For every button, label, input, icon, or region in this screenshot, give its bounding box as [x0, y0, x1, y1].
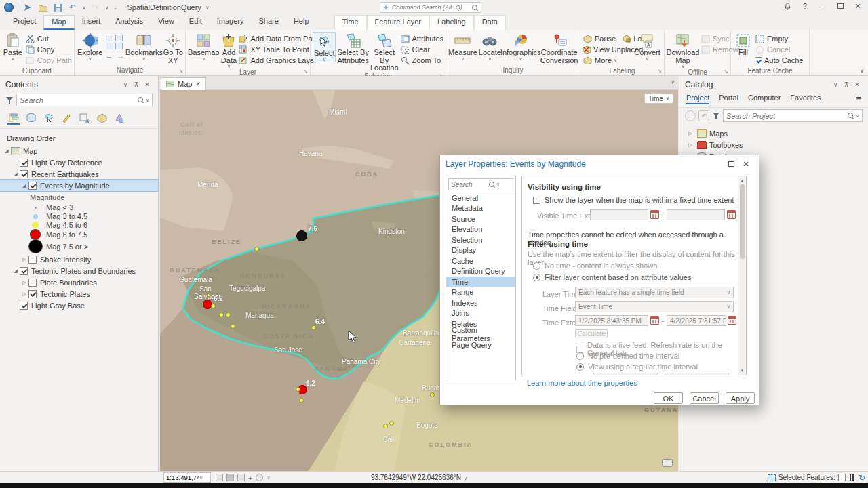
ok-button[interactable]: OK: [654, 392, 683, 404]
rotate-icon[interactable]: [256, 474, 263, 481]
no-interval-radio[interactable]: No pre-defined time interval: [576, 352, 679, 360]
dialog-nav-time[interactable]: Time: [446, 277, 515, 287]
map-time-button[interactable]: Time∨: [644, 93, 673, 104]
calculate-button[interactable]: Calculate: [575, 329, 608, 338]
close-panel-icon[interactable]: ✕: [852, 80, 863, 89]
dialog-nav-general[interactable]: General: [446, 192, 515, 203]
add-data-from-path-button[interactable]: Add Data From Path: [238, 33, 318, 44]
interval-unit-field[interactable]: [665, 373, 729, 375]
earthquake-point[interactable]: [254, 247, 259, 251]
dialog-nav-joins[interactable]: Joins: [446, 308, 515, 319]
layer-checkbox[interactable]: [28, 290, 37, 298]
dialog-nav-indexes[interactable]: Indexes: [446, 298, 515, 308]
dialog-title-bar[interactable]: Layer Properties: Events by Magnitude ✕: [440, 155, 759, 173]
ribbon-tab-help[interactable]: Help: [286, 15, 317, 30]
pause-drawing-icon[interactable]: [850, 474, 854, 481]
scroll-up-icon[interactable]: ▲: [741, 176, 745, 184]
layer-grid-icon[interactable]: [216, 474, 223, 481]
up-one-level-icon[interactable]: ↶: [698, 110, 709, 121]
navigate-dialog-launcher-icon[interactable]: ↘: [178, 68, 183, 74]
zoom-out-icon[interactable]: [115, 43, 123, 49]
layer-row-shake-intensity[interactable]: ▷Shake Intensity: [0, 253, 158, 265]
catalog-item-maps[interactable]: ▷Maps: [679, 127, 868, 139]
minimize-button[interactable]: –: [814, 0, 831, 12]
map-view-tab[interactable]: Map ✕: [161, 77, 206, 90]
layer-checkbox[interactable]: [20, 159, 28, 167]
more-labeling-button[interactable]: More∨: [583, 55, 631, 66]
dialog-nav-metadata[interactable]: Metadata: [446, 203, 515, 214]
open-project-icon[interactable]: [37, 2, 48, 13]
dialog-search-input[interactable]: [451, 181, 488, 188]
project-title[interactable]: SpatialDefinitionQuery: [127, 3, 201, 12]
select-by-location-button[interactable]: Select By Location: [370, 32, 399, 73]
layer-checkbox[interactable]: [28, 182, 37, 190]
crosshair-icon[interactable]: +: [248, 474, 252, 482]
radio-icon[interactable]: [533, 274, 540, 281]
add-graphics-layer-button[interactable]: Add Graphics Layer: [238, 55, 318, 66]
radio-icon[interactable]: [533, 262, 540, 270]
ribbon-tab-share[interactable]: Share: [252, 15, 286, 30]
measure-button[interactable]: Measure∨: [448, 32, 477, 61]
labeling-dialog-launcher-icon[interactable]: ↘: [657, 68, 662, 74]
search-options-icon[interactable]: ∨: [496, 182, 500, 187]
list-by-snapping-icon[interactable]: [77, 111, 91, 125]
attribute-table-icon[interactable]: [838, 474, 846, 481]
layer-row-plate-boundaries[interactable]: ▷Plate Boundaries: [0, 277, 158, 288]
cancel-button[interactable]: Cancel: [690, 392, 719, 404]
cancel-cache-button[interactable]: Cancel: [755, 44, 803, 55]
infographics-button[interactable]: Infographics∨: [502, 32, 539, 61]
radio-icon[interactable]: [576, 363, 584, 371]
earthquake-point[interactable]: [231, 324, 235, 329]
tree-open-arrow-icon[interactable]: ◢: [12, 171, 20, 177]
snapping-dropdown-icon[interactable]: ∨: [267, 475, 270, 481]
list-by-drawing-order-icon[interactable]: [7, 111, 20, 125]
learn-more-link[interactable]: Learn more about time properties: [527, 379, 637, 387]
tree-closed-arrow-icon[interactable]: ▷: [20, 257, 28, 262]
ribbon-tab-insert[interactable]: Insert: [75, 15, 108, 30]
catalog-tab-computer[interactable]: Computer: [748, 94, 781, 104]
zoom-to-button[interactable]: Zoom To: [400, 55, 443, 66]
view-unplaced-button[interactable]: View Unplaced: [583, 44, 631, 55]
previous-extent-icon[interactable]: ←: [105, 52, 113, 60]
earthquake-point[interactable]: [299, 398, 304, 403]
ribbon-tab-map[interactable]: Map: [43, 15, 74, 30]
ribbon-tab-imagery[interactable]: Imagery: [210, 15, 252, 30]
time-end-field[interactable]: 4/2/2025 7:31:57 PM: [667, 315, 726, 326]
command-search-input[interactable]: [392, 4, 469, 11]
earthquake-point[interactable]: [383, 424, 388, 428]
visible-time-end-field[interactable]: [667, 209, 725, 220]
earthquake-point[interactable]: [296, 387, 300, 392]
layer-row-events-by-magnitude[interactable]: ◢Events by Magnitude: [0, 180, 158, 191]
catalog-tab-portal[interactable]: Portal: [719, 94, 738, 104]
catalog-tab-project[interactable]: Project: [686, 94, 709, 104]
layer-checkbox[interactable]: [20, 302, 28, 310]
select-by-attributes-button[interactable]: Select By Attributes: [337, 32, 368, 64]
scroll-thumb[interactable]: [740, 184, 745, 259]
calendar-icon[interactable]: [650, 210, 659, 219]
pause-labeling-button[interactable]: Pause: [583, 33, 616, 44]
catalog-search[interactable]: ∨: [723, 109, 863, 122]
explore-button[interactable]: Explore∨: [77, 32, 103, 61]
ribbon-tab-view[interactable]: View: [151, 15, 182, 30]
layer-row-tectonic-plates[interactable]: ▷Tectonic Plates: [0, 288, 158, 300]
time-start-field[interactable]: 1/2/2025 8:43:35 PM: [575, 315, 648, 326]
show-layer-checkbox[interactable]: Show the layer when the map is within a …: [533, 196, 734, 204]
earthquake-point[interactable]: [389, 421, 394, 426]
project-title-dropdown-icon[interactable]: ∨: [205, 5, 210, 11]
selected-features-indicator[interactable]: Selected Features: 1: [768, 474, 841, 481]
dialog-nav-custom-parameters[interactable]: Custom Parameters: [446, 329, 515, 340]
tree-closed-arrow-icon[interactable]: ▷: [20, 291, 28, 297]
search-options-icon[interactable]: ∨: [856, 113, 859, 119]
earthquake-point[interactable]: [296, 230, 307, 241]
ribbon-tab-project[interactable]: Project: [5, 15, 43, 30]
checkbox-icon[interactable]: [533, 197, 540, 204]
pin-icon[interactable]: ⊼: [131, 80, 142, 89]
filter-icon[interactable]: [712, 112, 720, 120]
tree-open-arrow-icon[interactable]: ◢: [3, 148, 11, 154]
list-by-data-source-icon[interactable]: [24, 111, 38, 125]
select-button[interactable]: Select∨: [313, 32, 336, 62]
go-to-xy-button[interactable]: Go To XY: [163, 32, 183, 64]
zoom-selected-icon[interactable]: [115, 35, 123, 41]
time-field-dropdown[interactable]: Event Time∨: [575, 301, 734, 312]
close-panel-icon[interactable]: ✕: [142, 80, 153, 89]
